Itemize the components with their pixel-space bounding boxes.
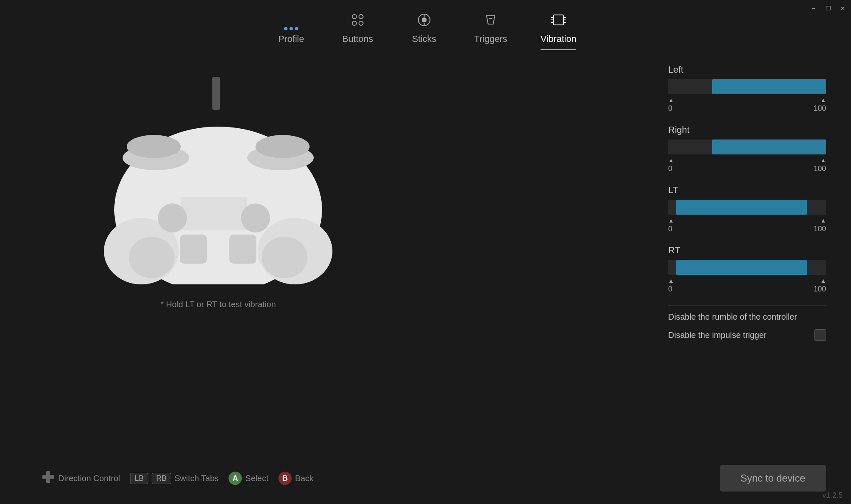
- vibration-hint: * Hold LT or RT to test vibration: [160, 300, 276, 309]
- svg-point-1: [359, 15, 363, 19]
- slider-right-track[interactable]: [668, 139, 826, 154]
- slider-right: Right ▲ ▲ 0 100: [668, 125, 826, 173]
- divider: [668, 305, 826, 306]
- buttons-icon: [350, 12, 365, 30]
- slider-lt-max-arrow[interactable]: ▲: [820, 217, 826, 224]
- profile-icon: [284, 27, 298, 30]
- triggers-icon: [483, 12, 498, 30]
- option-disable-impulse-label: Disable the impulse trigger: [668, 330, 767, 340]
- right-panel: Left ▲ ▲ 0 100 Right ▲ ▲ 0 100 LT: [668, 64, 826, 348]
- svg-rect-34: [46, 475, 50, 479]
- svg-point-2: [352, 21, 357, 25]
- tab-profile-label: Profile: [278, 34, 304, 44]
- svg-point-5: [422, 17, 427, 22]
- slider-right-max-val: 100: [814, 164, 826, 173]
- dpad-icon: [42, 470, 55, 486]
- tab-vibration[interactable]: Vibration: [541, 12, 576, 50]
- slider-rt-max-val: 100: [814, 285, 826, 294]
- tab-sticks[interactable]: Sticks: [408, 12, 441, 50]
- title-bar: − ❐ ✕: [801, 0, 851, 17]
- svg-rect-23: [181, 197, 247, 230]
- slider-right-min-val: 0: [668, 164, 672, 173]
- svg-point-0: [352, 15, 357, 19]
- tab-sticks-label: Sticks: [412, 34, 436, 44]
- slider-rt-track[interactable]: [668, 260, 826, 275]
- slider-right-values: 0 100: [668, 164, 826, 173]
- slider-rt-values: 0 100: [668, 285, 826, 294]
- bottom-bar: Direction Control LB RB Switch Tabs A Se…: [42, 465, 826, 492]
- slider-lt-track[interactable]: [668, 200, 826, 215]
- slider-right-label: Right: [668, 125, 826, 135]
- nav-tabs: Profile Buttons Sticks: [275, 12, 576, 50]
- tab-profile[interactable]: Profile: [275, 27, 308, 50]
- slider-left-min-arrow[interactable]: ▲: [668, 97, 674, 103]
- slider-lt-max-val: 100: [814, 225, 826, 233]
- svg-rect-30: [46, 471, 50, 475]
- lb-badge: LB: [130, 473, 148, 484]
- slider-rt-label: RT: [668, 245, 826, 256]
- tab-triggers-label: Triggers: [474, 34, 507, 44]
- option-disable-impulse: Disable the impulse trigger: [668, 329, 826, 341]
- svg-rect-8: [553, 15, 563, 25]
- slider-right-markers: ▲ ▲: [668, 157, 826, 164]
- slider-right-min-arrow[interactable]: ▲: [668, 157, 674, 164]
- slider-left-label: Left: [668, 64, 826, 75]
- slider-lt-min-val: 0: [668, 225, 672, 233]
- controller-image: * Hold LT or RT to test vibration: [77, 77, 359, 284]
- svg-rect-25: [229, 235, 256, 264]
- svg-point-28: [158, 203, 187, 232]
- slider-left-max-arrow[interactable]: ▲: [820, 97, 826, 103]
- svg-rect-32: [42, 475, 47, 479]
- switch-tabs-label: Switch Tabs: [175, 474, 219, 483]
- slider-rt-markers: ▲ ▲: [668, 277, 826, 284]
- svg-point-22: [256, 135, 310, 158]
- svg-rect-15: [212, 77, 220, 110]
- slider-left-track[interactable]: [668, 79, 826, 94]
- hint-back: B Back: [278, 472, 313, 485]
- back-label: Back: [295, 474, 313, 483]
- slider-left-values: 0 100: [668, 104, 826, 113]
- slider-lt-markers: ▲ ▲: [668, 217, 826, 224]
- close-button[interactable]: ✕: [839, 4, 847, 12]
- option-disable-impulse-checkbox[interactable]: [814, 329, 826, 341]
- svg-rect-33: [50, 475, 54, 479]
- minimize-button[interactable]: −: [809, 4, 818, 12]
- direction-control-label: Direction Control: [58, 474, 120, 483]
- slider-rt: RT ▲ ▲ 0 100: [668, 245, 826, 294]
- tab-triggers[interactable]: Triggers: [474, 12, 507, 50]
- tab-vibration-label: Vibration: [541, 34, 576, 44]
- svg-point-27: [262, 237, 307, 278]
- a-badge: A: [229, 472, 242, 485]
- hint-direction-control: Direction Control: [42, 470, 120, 486]
- slider-lt-min-arrow[interactable]: ▲: [668, 217, 674, 224]
- slider-lt-values: 0 100: [668, 225, 826, 233]
- svg-point-26: [129, 237, 175, 278]
- slider-left-max-val: 100: [814, 104, 826, 113]
- version-text: v1.2.5: [822, 491, 843, 500]
- slider-rt-min-val: 0: [668, 285, 672, 294]
- slider-left: Left ▲ ▲ 0 100: [668, 64, 826, 113]
- svg-point-21: [127, 135, 181, 158]
- controller-area: * Hold LT or RT to test vibration: [62, 66, 374, 295]
- slider-lt: LT ▲ ▲ 0 100: [668, 185, 826, 233]
- rb-badge: RB: [152, 473, 171, 484]
- option-disable-rumble: Disable the rumble of the controller: [668, 312, 826, 322]
- svg-rect-24: [180, 235, 207, 264]
- slider-right-max-arrow[interactable]: ▲: [820, 157, 826, 164]
- restore-button[interactable]: ❐: [824, 4, 832, 12]
- vibration-icon: [550, 12, 567, 30]
- slider-left-min-val: 0: [668, 104, 672, 113]
- tab-buttons-label: Buttons: [342, 34, 373, 44]
- controls-hint: Direction Control LB RB Switch Tabs A Se…: [42, 470, 313, 486]
- tab-buttons[interactable]: Buttons: [341, 12, 374, 50]
- svg-rect-31: [46, 479, 50, 483]
- svg-point-3: [359, 21, 363, 25]
- option-disable-rumble-label: Disable the rumble of the controller: [668, 312, 797, 322]
- slider-left-markers: ▲ ▲: [668, 97, 826, 103]
- b-badge: B: [278, 472, 292, 485]
- sync-to-device-button[interactable]: Sync to device: [720, 465, 826, 492]
- hint-select: A Select: [229, 472, 268, 485]
- slider-rt-min-arrow[interactable]: ▲: [668, 277, 674, 284]
- slider-rt-max-arrow[interactable]: ▲: [820, 277, 826, 284]
- sticks-icon: [417, 12, 432, 30]
